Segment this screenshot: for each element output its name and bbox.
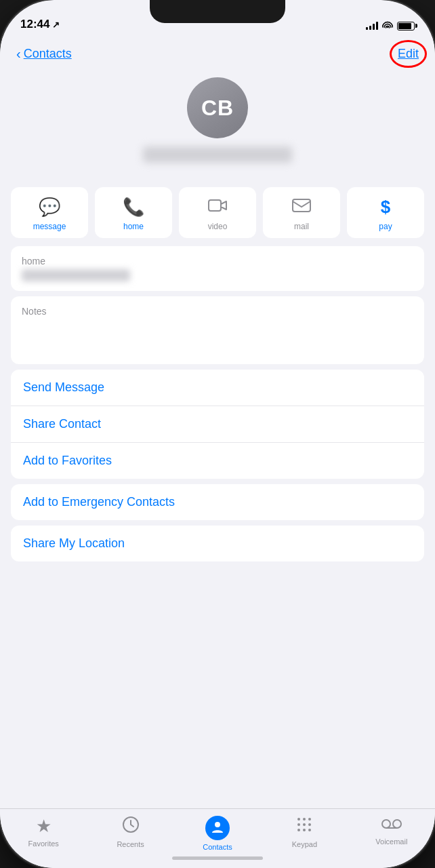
action-list-group1: Send Message Share Contact Add to Favori… <box>11 370 424 479</box>
message-icon: 💬 <box>39 197 60 218</box>
notch <box>150 0 285 23</box>
message-label: message <box>33 222 66 231</box>
contacts-label: Contacts <box>203 843 232 851</box>
notes-label: Notes <box>22 306 413 317</box>
tab-keypad[interactable]: Keypad <box>261 816 348 848</box>
phone-number-blurred <box>22 269 130 281</box>
battery-icon <box>397 22 415 31</box>
tab-favorites[interactable]: ★ Favorites <box>0 816 87 848</box>
avatar: CB <box>187 77 248 138</box>
svg-point-4 <box>297 818 300 821</box>
location-arrow-icon: ↗ <box>52 20 60 30</box>
time-display: 12:44 <box>20 18 49 31</box>
svg-point-10 <box>297 829 300 831</box>
edit-button[interactable]: Edit <box>398 47 419 60</box>
svg-point-3 <box>215 822 220 827</box>
pay-action-button[interactable]: $ pay <box>347 187 424 238</box>
add-to-favorites-button[interactable]: Add to Favorites <box>11 443 424 479</box>
add-to-emergency-button[interactable]: Add to Emergency Contacts <box>11 484 424 520</box>
favorites-label: Favorites <box>28 840 59 848</box>
video-action-button[interactable]: video <box>179 187 256 238</box>
video-label: video <box>208 222 228 231</box>
phone-action-button[interactable]: 📞 home <box>95 187 172 238</box>
action-list-group2: Add to Emergency Contacts <box>11 484 424 520</box>
svg-point-9 <box>308 823 311 826</box>
back-chevron-icon: ‹ <box>16 46 21 62</box>
wifi-icon <box>382 20 393 31</box>
phone-label: home <box>123 222 144 231</box>
action-buttons-row: 💬 message 📞 home video <box>0 179 435 246</box>
favorites-icon: ★ <box>36 816 51 837</box>
home-indicator <box>172 856 263 860</box>
voicemail-icon <box>381 816 402 835</box>
tab-recents[interactable]: Recents <box>87 816 173 848</box>
status-time: 12:44 ↗ <box>20 18 60 31</box>
avatar-initials: CB <box>201 96 234 121</box>
tab-voicemail[interactable]: Voicemail <box>348 816 435 846</box>
pay-label: pay <box>379 222 392 231</box>
svg-point-13 <box>382 820 390 828</box>
contact-name-blurred <box>143 146 292 163</box>
contacts-icon <box>210 819 225 837</box>
svg-point-8 <box>303 823 306 826</box>
svg-point-12 <box>308 829 311 831</box>
svg-point-14 <box>393 820 401 828</box>
video-icon <box>208 197 227 218</box>
status-icons <box>366 20 415 31</box>
action-list-group3: Share My Location <box>11 526 424 561</box>
mail-action-button[interactable]: mail <box>263 187 340 238</box>
main-content: CB 💬 message 📞 home <box>0 71 435 808</box>
svg-rect-0 <box>209 200 221 211</box>
recents-icon <box>122 816 140 837</box>
edit-button-wrapper: Edit <box>398 47 419 61</box>
phone-icon: 📞 <box>123 197 144 218</box>
svg-point-7 <box>297 823 300 826</box>
svg-point-6 <box>308 818 311 821</box>
send-message-button[interactable]: Send Message <box>11 370 424 406</box>
phone-screen: 12:44 ↗ <box>0 0 435 868</box>
mail-label: mail <box>294 222 309 231</box>
nav-bar: ‹ Contacts Edit <box>0 37 435 71</box>
phone-frame: 12:44 ↗ <box>0 0 435 868</box>
keypad-label: Keypad <box>292 840 317 848</box>
mail-icon <box>292 197 311 218</box>
voicemail-label: Voicemail <box>375 837 407 846</box>
back-button[interactable]: ‹ Contacts <box>16 46 72 62</box>
pay-icon: $ <box>381 197 390 218</box>
tab-contacts[interactable]: Contacts <box>174 816 261 851</box>
avatar-section: CB <box>0 71 435 179</box>
notes-card: Notes <box>11 296 424 364</box>
phone-info-card: home <box>11 246 424 291</box>
phone-label-header: home <box>22 256 413 267</box>
svg-point-5 <box>303 818 306 821</box>
keypad-icon <box>295 816 313 837</box>
message-action-button[interactable]: 💬 message <box>11 187 88 238</box>
svg-point-11 <box>303 829 306 831</box>
contacts-icon-bg <box>205 816 230 840</box>
share-location-button[interactable]: Share My Location <box>11 526 424 561</box>
share-contact-button[interactable]: Share Contact <box>11 406 424 443</box>
back-label[interactable]: Contacts <box>24 47 72 61</box>
recents-label: Recents <box>117 840 144 848</box>
svg-rect-1 <box>293 199 310 212</box>
signal-icon <box>366 22 378 30</box>
